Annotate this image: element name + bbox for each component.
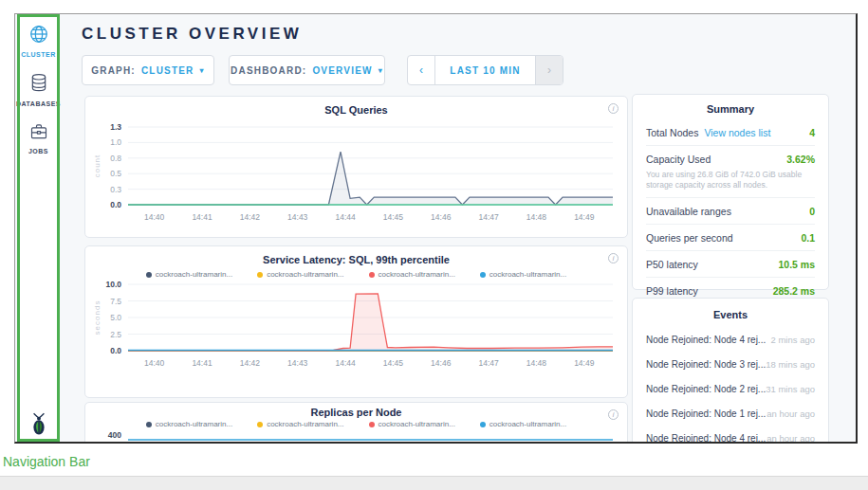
legend-dot — [146, 422, 152, 427]
chart-title: Replicas per Node — [85, 407, 627, 418]
event-row: Node Rejoined: Node 2 rej... 31 mins ago — [646, 376, 815, 401]
svg-text:14:41: 14:41 — [192, 212, 212, 222]
svg-text:0.8: 0.8 — [110, 154, 121, 163]
summary-row-unavailable-ranges: Unavailable ranges 0 — [646, 197, 815, 224]
legend-dot — [369, 422, 375, 427]
svg-text:14:47: 14:47 — [478, 358, 499, 368]
summary-label: P50 latency — [646, 259, 698, 270]
event-time: 18 mins ago — [766, 359, 815, 370]
info-icon[interactable]: i — [608, 409, 619, 420]
svg-text:14:40: 14:40 — [144, 212, 165, 222]
chart-legend: cockroach-ultramarin... cockroach-ultram… — [85, 270, 627, 279]
summary-row-p50: P50 latency 10.5 ms — [646, 250, 815, 277]
summary-row-capacity: Capacity Used 3.62% — [646, 145, 815, 172]
briefcase-icon — [29, 122, 48, 145]
sql-queries-chart-card: SQL Queries i 1.31.00.80.50.30.0count14:… — [84, 96, 628, 238]
svg-text:count: count — [93, 154, 102, 178]
svg-text:14:45: 14:45 — [383, 212, 404, 222]
svg-text:14:44: 14:44 — [335, 212, 356, 222]
time-next-button[interactable]: › — [535, 56, 563, 84]
sidebar-item-cluster[interactable]: CLUSTER — [21, 24, 56, 58]
legend-dot — [480, 272, 486, 278]
event-row: Node Rejoined: Node 4 rej... an hour ago — [646, 426, 815, 444]
svg-text:1.3: 1.3 — [110, 122, 121, 132]
svg-text:14:46: 14:46 — [431, 212, 452, 222]
svg-text:5.0: 5.0 — [110, 313, 121, 322]
dashboard-dropdown-label: DASHBOARD: — [231, 65, 306, 76]
legend-label: cockroach-ultramarin... — [379, 270, 455, 279]
summary-label: Total Nodes — [646, 127, 698, 138]
svg-text:14:48: 14:48 — [526, 212, 547, 222]
summary-value: 10.5 ms — [778, 259, 815, 270]
svg-text:0.0: 0.0 — [110, 200, 121, 209]
events-title: Events — [646, 308, 815, 321]
summary-label: Queries per second — [646, 232, 733, 244]
summary-value: 0.1 — [801, 232, 815, 244]
summary-value: 0 — [809, 206, 815, 217]
legend-label: cockroach-ultramarin... — [156, 270, 232, 279]
event-text: Node Rejoined: Node 4 rej... — [646, 335, 766, 345]
event-row: Node Rejoined: Node 1 rej... an hour ago — [646, 401, 815, 426]
legend-dot — [146, 272, 152, 278]
sql-queries-plot: 1.31.00.80.50.30.0count14:4014:4114:4214… — [85, 123, 629, 237]
time-range-selector: ‹ LAST 10 MIN › — [407, 55, 563, 85]
summary-value: 285.2 ms — [773, 285, 815, 297]
info-icon[interactable]: i — [608, 253, 619, 263]
svg-text:1.0: 1.0 — [110, 137, 121, 147]
sidebar-item-jobs[interactable]: JOBS — [28, 122, 48, 154]
event-time: an hour ago — [766, 408, 815, 419]
summary-label: Capacity Used — [646, 154, 711, 165]
event-row: Node Rejoined: Node 3 rej... 18 mins ago — [646, 352, 815, 376]
summary-value: 3.62% — [786, 154, 815, 165]
graph-dropdown-value: CLUSTER — [141, 65, 194, 76]
dashboard-dropdown-value: OVERVIEW — [312, 65, 372, 76]
replicas-per-node-chart-card: Replicas per Node i cockroach-ultramarin… — [84, 402, 628, 444]
svg-text:14:46: 14:46 — [431, 358, 452, 368]
chevron-down-icon: ▾ — [379, 66, 383, 75]
globe-icon — [28, 24, 49, 48]
database-icon — [29, 73, 48, 98]
legend-dot — [480, 422, 486, 427]
graph-dropdown[interactable]: GRAPH: CLUSTER ▾ — [82, 55, 214, 85]
legend-dot — [369, 272, 375, 278]
event-text: Node Rejoined: Node 3 rej... — [646, 359, 766, 370]
event-text: Node Rejoined: Node 2 rej... — [646, 384, 766, 394]
event-text: Node Rejoined: Node 4 rej... — [646, 433, 766, 444]
sidebar-item-databases[interactable]: DATABASES — [16, 73, 61, 107]
event-row: Node Rejoined: Node 4 rej... 2 mins ago — [646, 327, 815, 352]
view-nodes-list-link[interactable]: View nodes list — [704, 127, 770, 138]
page-title: CLUSTER OVERVIEW — [82, 25, 302, 44]
time-range-label[interactable]: LAST 10 MIN — [435, 56, 535, 84]
event-time: 31 mins ago — [766, 384, 815, 394]
svg-text:14:40: 14:40 — [144, 358, 165, 368]
capacity-note: You are using 26.8 GiB of 742.0 GiB usab… — [646, 170, 815, 197]
annotation-label: Navigation Bar — [3, 454, 90, 469]
time-prev-button[interactable]: ‹ — [408, 56, 435, 84]
svg-text:14:47: 14:47 — [478, 212, 499, 222]
events-list: Node Rejoined: Node 4 rej... 2 mins ago … — [646, 327, 815, 444]
summary-label: P99 latency — [646, 285, 698, 297]
service-latency-plot: 10.07.55.02.50.0seconds14:4014:4114:4214… — [85, 281, 629, 396]
svg-text:10.0: 10.0 — [105, 280, 121, 289]
svg-text:14:41: 14:41 — [192, 358, 212, 368]
svg-text:seconds: seconds — [93, 300, 102, 336]
navigation-bar: CLUSTER DATABASES — [17, 14, 60, 442]
svg-text:14:49: 14:49 — [574, 358, 595, 368]
replicas-per-node-plot: 400 — [85, 427, 629, 444]
event-time: 2 mins ago — [771, 335, 815, 345]
cockroachdb-logo[interactable] — [17, 411, 60, 436]
dashboard-dropdown[interactable]: DASHBOARD: OVERVIEW ▾ — [229, 55, 385, 85]
events-panel: Events Node Rejoined: Node 4 rej... 2 mi… — [632, 298, 829, 444]
chart-title: SQL Queries — [85, 104, 627, 116]
event-text: Node Rejoined: Node 1 rej... — [646, 408, 766, 419]
page-footer-strip — [0, 476, 868, 490]
info-icon[interactable]: i — [608, 103, 619, 114]
svg-text:14:42: 14:42 — [240, 358, 261, 368]
svg-text:400: 400 — [108, 430, 121, 440]
sidebar-item-label: JOBS — [28, 148, 48, 154]
legend-dot — [257, 272, 263, 278]
svg-text:14:45: 14:45 — [383, 358, 404, 368]
legend-label: cockroach-ultramarin... — [267, 270, 343, 279]
svg-text:2.5: 2.5 — [110, 330, 121, 339]
chevron-down-icon: ▾ — [200, 66, 205, 75]
